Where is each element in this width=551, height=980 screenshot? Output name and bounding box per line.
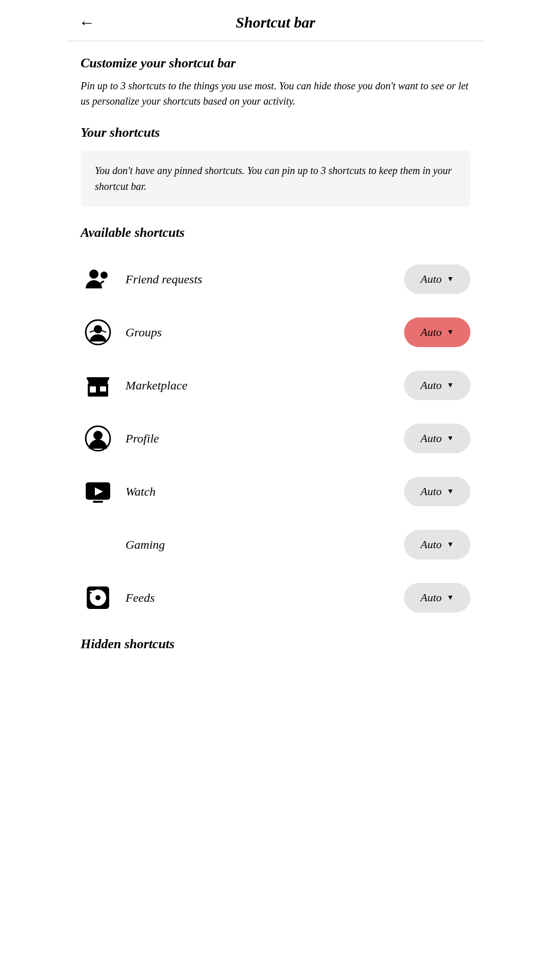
feeds-icon [81, 580, 115, 615]
svg-rect-7 [87, 377, 109, 380]
gaming-dropdown-label: Auto [420, 538, 442, 551]
groups-dropdown[interactable]: Auto ▼ [404, 317, 470, 347]
header: ← Shortcut bar [66, 0, 485, 41]
hidden-shortcuts-heading: Hidden shortcuts [66, 624, 485, 652]
empty-shortcuts-box: You don't have any pinned shortcuts. You… [81, 151, 470, 207]
shortcut-item-watch: Watch Auto ▼ [81, 465, 470, 518]
gaming-dropdown[interactable]: Auto ▼ [404, 530, 470, 559]
marketplace-dropdown-arrow: ▼ [447, 381, 454, 389]
svg-rect-16 [90, 591, 96, 592]
marketplace-label: Marketplace [126, 379, 404, 393]
profile-label: Profile [126, 432, 404, 446]
groups-label: Groups [126, 326, 404, 339]
customize-section: Customize your shortcut bar Pin up to 3 … [81, 56, 470, 109]
back-button[interactable]: ← [79, 14, 95, 31]
empty-shortcuts-text: You don't have any pinned shortcuts. You… [95, 163, 456, 194]
feeds-dropdown-arrow: ▼ [447, 594, 454, 602]
svg-point-9 [93, 431, 103, 440]
gaming-icon-placeholder [81, 527, 115, 562]
shortcut-item-gaming: Gaming Auto ▼ [81, 518, 470, 571]
shortcut-item-groups: Groups Auto ▼ [81, 306, 470, 359]
gaming-dropdown-arrow: ▼ [447, 541, 454, 549]
svg-point-15 [95, 595, 101, 600]
profile-dropdown[interactable]: Auto ▼ [404, 424, 470, 453]
friend-requests-label: Friend requests [126, 273, 404, 286]
groups-icon [81, 315, 115, 350]
feeds-label: Feeds [126, 591, 404, 605]
customize-description: Pin up to 3 shortcuts to the things you … [81, 78, 470, 109]
gaming-label: Gaming [126, 538, 404, 552]
svg-point-3 [94, 325, 102, 333]
profile-icon [81, 421, 115, 456]
svg-rect-17 [90, 594, 98, 595]
watch-icon [81, 474, 115, 509]
feeds-dropdown[interactable]: Auto ▼ [404, 583, 470, 612]
svg-point-1 [101, 272, 108, 279]
shortcut-item-friend-requests: Friend requests Auto ▼ [81, 253, 470, 306]
watch-dropdown-label: Auto [420, 485, 442, 498]
page-title: Shortcut bar [236, 14, 315, 31]
shortcut-list: Friend requests Auto ▼ Groups Auto [81, 253, 470, 624]
groups-dropdown-arrow: ▼ [447, 328, 454, 336]
watch-dropdown-arrow: ▼ [447, 487, 454, 496]
available-shortcuts-heading: Available shortcuts [81, 225, 470, 240]
groups-dropdown-label: Auto [420, 326, 442, 339]
profile-dropdown-label: Auto [420, 432, 442, 445]
feeds-dropdown-label: Auto [420, 591, 442, 604]
friend-requests-dropdown[interactable]: Auto ▼ [404, 264, 470, 294]
svg-rect-12 [93, 501, 103, 503]
content-area: Customize your shortcut bar Pin up to 3 … [66, 41, 485, 624]
your-shortcuts-section: Your shortcuts You don't have any pinned… [81, 125, 470, 207]
friend-requests-dropdown-arrow: ▼ [447, 275, 454, 283]
svg-point-0 [89, 270, 98, 279]
shortcut-item-profile: Profile Auto ▼ [81, 412, 470, 465]
shortcut-item-marketplace: Marketplace Auto ▼ [81, 359, 470, 412]
your-shortcuts-heading: Your shortcuts [81, 125, 470, 140]
friend-requests-icon [81, 262, 115, 297]
customize-heading: Customize your shortcut bar [81, 56, 470, 71]
watch-dropdown[interactable]: Auto ▼ [404, 477, 470, 506]
marketplace-dropdown-label: Auto [420, 379, 442, 392]
friend-requests-dropdown-label: Auto [420, 273, 442, 286]
shortcut-item-feeds: Feeds Auto ▼ [81, 571, 470, 624]
svg-rect-6 [100, 386, 106, 391]
marketplace-icon [81, 368, 115, 403]
marketplace-dropdown[interactable]: Auto ▼ [404, 371, 470, 400]
svg-rect-5 [90, 386, 96, 393]
profile-dropdown-arrow: ▼ [447, 434, 454, 443]
watch-label: Watch [126, 485, 404, 499]
